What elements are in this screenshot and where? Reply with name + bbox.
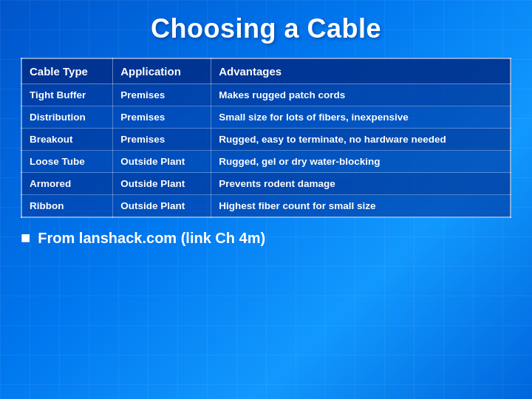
table-row: Loose TubeOutside PlantRugged, gel or dr… bbox=[21, 151, 511, 173]
table-cell-1-1: Premises bbox=[113, 106, 211, 129]
table-cell-0-2: Makes rugged patch cords bbox=[211, 84, 511, 106]
footer-text: From lanshack.com (link Ch 4m) bbox=[38, 230, 265, 247]
col-header-advantages: Advantages bbox=[211, 58, 511, 84]
table-cell-1-2: Small size for lots of fibers, inexpensi… bbox=[211, 106, 511, 129]
table-cell-0-0: Tight Buffer bbox=[21, 84, 113, 106]
table-cell-2-0: Breakout bbox=[21, 129, 113, 151]
table-cell-4-2: Prevents rodent damage bbox=[211, 173, 511, 195]
table-cell-5-2: Highest fiber count for small size bbox=[211, 195, 511, 218]
col-header-cable-type: Cable Type bbox=[21, 58, 113, 84]
table-cell-4-0: Armored bbox=[21, 173, 113, 195]
table-row: ArmoredOutside PlantPrevents rodent dama… bbox=[21, 173, 511, 195]
table-cell-1-0: Distribution bbox=[21, 106, 113, 129]
table-row: Tight BufferPremisesMakes rugged patch c… bbox=[21, 84, 511, 106]
table-cell-2-2: Rugged, easy to terminate, no hardware n… bbox=[211, 129, 511, 151]
table-row: DistributionPremisesSmall size for lots … bbox=[21, 106, 511, 129]
table-cell-0-1: Premises bbox=[113, 84, 211, 106]
bullet-icon: ■ bbox=[21, 228, 30, 248]
page: Choosing a Cable Cable Type Application … bbox=[0, 0, 532, 399]
table-row: RibbonOutside PlantHighest fiber count f… bbox=[21, 195, 511, 218]
table-cell-5-1: Outside Plant bbox=[113, 195, 211, 218]
table-row: BreakoutPremisesRugged, easy to terminat… bbox=[21, 129, 511, 151]
table-cell-2-1: Premises bbox=[113, 129, 211, 151]
cable-table: Cable Type Application Advantages Tight … bbox=[21, 58, 511, 218]
table-header-row: Cable Type Application Advantages bbox=[21, 58, 511, 84]
table-cell-3-2: Rugged, gel or dry water-blocking bbox=[211, 151, 511, 173]
table-cell-5-0: Ribbon bbox=[21, 195, 113, 218]
table-cell-3-1: Outside Plant bbox=[113, 151, 211, 173]
col-header-application: Application bbox=[113, 58, 211, 84]
table-cell-4-1: Outside Plant bbox=[113, 173, 211, 195]
footer: ■ From lanshack.com (link Ch 4m) bbox=[21, 228, 511, 248]
table-cell-3-0: Loose Tube bbox=[21, 151, 113, 173]
page-title: Choosing a Cable bbox=[21, 13, 511, 44]
